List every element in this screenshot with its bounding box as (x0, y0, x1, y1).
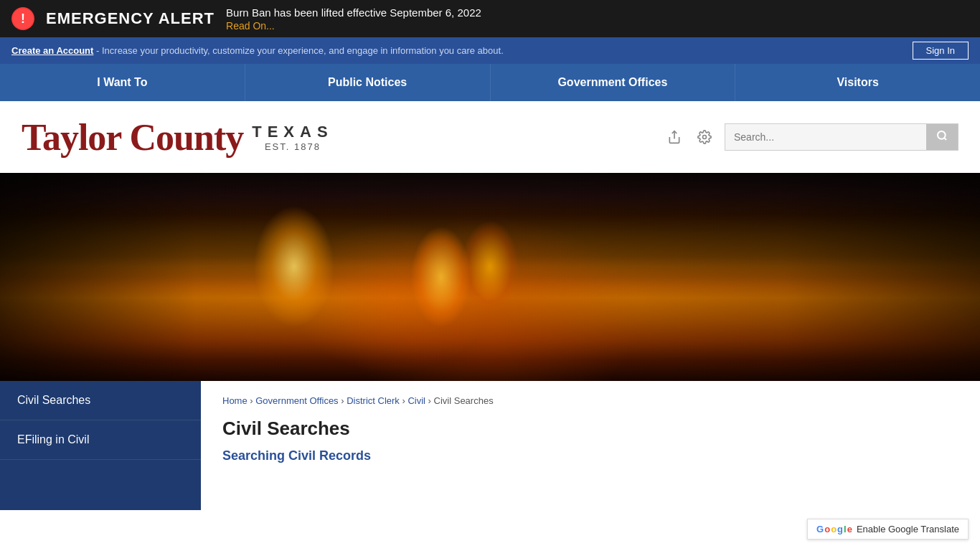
search-bar (725, 123, 958, 151)
breadcrumb-sep1: › (248, 395, 256, 406)
state-name: TEXAS (252, 123, 333, 141)
nav-item-i-want-to[interactable]: I Want To (0, 64, 245, 101)
svg-point-1 (703, 136, 707, 139)
svg-point-2 (938, 131, 946, 139)
sign-in-button[interactable]: Sign In (913, 42, 969, 60)
breadcrumb-government-offices[interactable]: Government Offices (255, 395, 338, 406)
emergency-message-wrapper: Burn Ban has been lifted effective Septe… (226, 6, 481, 32)
emergency-read-on-link[interactable]: Read On... (226, 20, 481, 32)
search-input[interactable] (725, 126, 926, 149)
share-icon[interactable] (663, 126, 686, 149)
breadcrumb-sep2: › (339, 395, 347, 406)
established-year: EST. 1878 (252, 141, 333, 152)
breadcrumb: Home › Government Offices › District Cle… (222, 395, 958, 406)
logo-left: Taylor County TEXAS EST. 1878 (22, 116, 334, 159)
nav-item-visitors[interactable]: Visitors (735, 64, 980, 101)
account-bar-text: Create an Account - Increase your produc… (11, 45, 504, 56)
content-area: Civil Searches EFiling in Civil Home › G… (0, 381, 980, 510)
create-account-link[interactable]: Create an Account (11, 45, 93, 56)
breadcrumb-civil[interactable]: Civil (407, 395, 425, 406)
nav-item-government-offices[interactable]: Government Offices (491, 64, 736, 101)
sidebar: Civil Searches EFiling in Civil (0, 381, 201, 510)
logo-icons (663, 126, 716, 149)
emergency-alert-icon (11, 7, 34, 30)
search-button[interactable] (926, 124, 958, 150)
main-content: Home › Government Offices › District Cle… (201, 381, 980, 510)
breadcrumb-district-clerk[interactable]: District Clerk (347, 395, 400, 406)
breadcrumb-sep3: › (400, 395, 408, 406)
svg-line-3 (944, 138, 946, 140)
emergency-alert-title: EMERGENCY ALERT (46, 9, 215, 28)
logo-area: Taylor County TEXAS EST. 1878 (0, 101, 980, 173)
breadcrumb-current: Civil Searches (434, 395, 494, 406)
page-title: Civil Searches (222, 418, 958, 440)
logo-right (663, 123, 958, 151)
hero-image (0, 173, 980, 381)
navigation-bar: I Want To Public Notices Government Offi… (0, 64, 980, 101)
emergency-message: Burn Ban has been lifted effective Septe… (226, 6, 481, 19)
sidebar-item-efiling-in-civil[interactable]: EFiling in Civil (0, 420, 201, 460)
emergency-alert-bar: EMERGENCY ALERT Burn Ban has been lifted… (0, 0, 980, 37)
breadcrumb-sep4: › (425, 395, 434, 406)
county-name: Taylor County (22, 116, 243, 159)
section-title: Searching Civil Records (222, 448, 958, 463)
logo-texas: TEXAS EST. 1878 (252, 123, 333, 152)
settings-icon[interactable] (693, 126, 716, 149)
sidebar-item-civil-searches[interactable]: Civil Searches (0, 381, 201, 420)
nav-item-public-notices[interactable]: Public Notices (245, 64, 491, 101)
breadcrumb-home[interactable]: Home (222, 395, 248, 406)
account-bar: Create an Account - Increase your produc… (0, 37, 980, 64)
account-description: - Increase your productivity, customize … (96, 45, 504, 56)
